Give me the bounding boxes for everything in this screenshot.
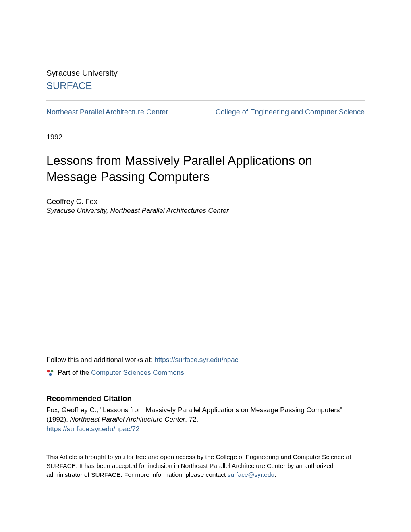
citation-text-2: . 72. [185,416,198,423]
footer-paragraph: This Article is brought to you for free … [46,453,365,479]
footer-period: . [274,471,276,478]
network-text: Part of the Computer Sciences Commons [58,369,184,377]
citation-section: Recommended Citation Fox, Geoffrey C., "… [46,394,365,434]
svg-point-0 [47,370,50,372]
citation-heading: Recommended Citation [46,394,365,403]
spacer [46,215,365,356]
citation-body: Fox, Geoffrey C., "Lessons from Massivel… [46,405,365,425]
divider-bottom [46,124,365,124]
breadcrumb-nav: Northeast Parallel Architecture Center C… [46,101,365,124]
university-name: Syracuse University [46,69,365,78]
network-prefix: Part of the [58,369,91,376]
network-link[interactable]: Computer Sciences Commons [91,369,184,376]
follow-works-row: Follow this and additional works at: htt… [46,356,365,364]
repository-link[interactable]: SURFACE [46,80,365,91]
footer-email-link[interactable]: surface@syr.edu [228,471,275,478]
author-name: Geoffrey C. Fox [46,197,365,206]
publication-year: 1992 [46,133,365,141]
footer-body: This Article is brought to you for free … [46,453,351,478]
header-block: Syracuse University SURFACE [46,69,365,91]
author-affiliation: Syracuse University, Northeast Parallel … [46,207,365,215]
citation-journal: Northeast Parallel Architecture Center [70,416,185,423]
college-link[interactable]: College of Engineering and Computer Scie… [216,108,365,116]
svg-point-2 [49,373,52,375]
citation-link[interactable]: https://surface.syr.edu/npac/72 [46,425,365,433]
network-commons-row: Part of the Computer Sciences Commons [46,369,365,377]
collection-link[interactable]: Northeast Parallel Architecture Center [46,108,168,116]
paper-title: Lessons from Massively Parallel Applicat… [46,153,365,185]
network-icon [46,369,54,377]
follow-prefix: Follow this and additional works at: [46,356,154,364]
follow-link[interactable]: https://surface.syr.edu/npac [154,356,238,364]
divider-citation [46,384,365,384]
svg-point-1 [51,370,53,372]
